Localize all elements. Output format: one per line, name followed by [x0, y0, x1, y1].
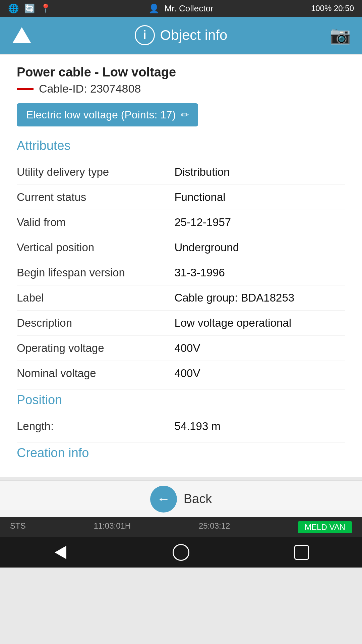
- back-bar: ← Back: [0, 480, 362, 517]
- length-label: Length:: [17, 414, 174, 439]
- attr-label-2: Valid from: [17, 210, 174, 235]
- length-value: 54.193 m: [174, 414, 345, 439]
- battery-info: 100% 20:50: [311, 4, 354, 13]
- location-icon: 📍: [40, 3, 51, 14]
- divider-1: [17, 389, 345, 389]
- back-nav-icon: [55, 546, 66, 559]
- cable-id-row: Cable-ID: 23074808: [17, 82, 345, 95]
- table-row: Description Low voltage operational: [17, 311, 345, 336]
- attr-value-5: Cable group: BDA18253: [174, 285, 345, 311]
- page-title: Object info: [160, 27, 228, 43]
- attr-value-3: Underground: [174, 235, 345, 260]
- edit-icon: ✏: [181, 109, 189, 120]
- main-content: Power cable - Low voltage Cable-ID: 2307…: [0, 55, 362, 477]
- attr-label-5: Label: [17, 285, 174, 311]
- recents-nav-button[interactable]: [290, 541, 313, 564]
- camera-icon: 📷: [330, 25, 351, 45]
- table-row: Operating voltage 400V: [17, 336, 345, 361]
- attr-label-1: Current status: [17, 185, 174, 210]
- back-nav-button[interactable]: [49, 541, 72, 564]
- divider-2: [17, 442, 345, 442]
- prev-col3: 25:03:12: [199, 521, 230, 533]
- status-bar-center: 👤 Mr. Collector: [148, 3, 213, 14]
- refresh-icon: 🔄: [24, 3, 35, 14]
- camera-button[interactable]: 📷: [328, 23, 352, 47]
- layer-button[interactable]: Electric low voltage (Points: 17) ✏: [17, 103, 198, 126]
- recents-nav-icon: [294, 545, 309, 560]
- position-table: Length: 54.193 m: [17, 414, 345, 439]
- prev-col2: 11:03:01H: [94, 521, 131, 533]
- layer-button-label: Electric low voltage (Points: 17): [26, 109, 176, 121]
- attr-label-8: Nominal voltage: [17, 361, 174, 386]
- attr-value-6: Low voltage operational: [174, 311, 345, 336]
- wifi-icon: 🌐: [8, 3, 19, 14]
- cable-id-text: Cable-ID: 23074808: [39, 82, 141, 95]
- attr-label-6: Description: [17, 311, 174, 336]
- attr-label-7: Operating voltage: [17, 336, 174, 361]
- attr-value-1: Functional: [174, 185, 345, 210]
- nav-bar: [0, 537, 362, 568]
- attr-value-0: Distribution: [174, 160, 345, 185]
- status-bar-right: 100% 20:50: [311, 4, 354, 13]
- attributes-section-header: Attributes: [17, 139, 345, 153]
- table-row: Current status Functional: [17, 185, 345, 210]
- attr-label-4: Begin lifespan version: [17, 260, 174, 285]
- table-row: Nominal voltage 400V: [17, 361, 345, 386]
- table-row: Begin lifespan version 31-3-1996: [17, 260, 345, 285]
- attr-value-8: 400V: [174, 361, 345, 386]
- app-bar-title-section: i Object info: [135, 25, 228, 45]
- prev-col1: STS: [10, 521, 26, 533]
- meld-badge[interactable]: MELD VAN: [298, 521, 352, 533]
- status-bar: 🌐 🔄 📍 👤 Mr. Collector 100% 20:50: [0, 0, 362, 17]
- table-row: Length: 54.193 m: [17, 414, 345, 439]
- arrow-up-icon: [12, 27, 31, 43]
- attr-value-4: 31-3-1996: [174, 260, 345, 285]
- home-nav-button[interactable]: [169, 541, 193, 564]
- table-row: Vertical position Underground: [17, 235, 345, 260]
- attr-label-0: Utility delivery type: [17, 160, 174, 185]
- app-bar: i Object info 📷: [0, 17, 362, 54]
- table-row: Utility delivery type Distribution: [17, 160, 345, 185]
- red-dash-indicator: [17, 88, 34, 90]
- prev-records-bar: STS 11:03:01H 25:03:12 MELD VAN: [0, 517, 362, 537]
- username: Mr. Collector: [165, 3, 214, 13]
- info-icon[interactable]: i: [135, 25, 155, 45]
- back-button[interactable]: ←: [150, 486, 177, 513]
- back-label: Back: [184, 492, 212, 506]
- table-row: Valid from 25-12-1957: [17, 210, 345, 235]
- attr-value-2: 25-12-1957: [174, 210, 345, 235]
- object-title: Power cable - Low voltage: [17, 65, 345, 79]
- attr-label-3: Vertical position: [17, 235, 174, 260]
- back-arrow-icon: ←: [157, 491, 170, 506]
- creation-info-section-header: Creation info: [17, 446, 345, 460]
- status-bar-left: 🌐 🔄 📍: [8, 3, 51, 14]
- user-icon: 👤: [148, 3, 159, 13]
- home-nav-icon: [173, 544, 189, 561]
- attr-value-7: 400V: [174, 336, 345, 361]
- attributes-table: Utility delivery type Distribution Curre…: [17, 160, 345, 386]
- navigate-button[interactable]: [10, 23, 34, 47]
- table-row: Label Cable group: BDA18253: [17, 285, 345, 311]
- position-section-header: Position: [17, 393, 345, 407]
